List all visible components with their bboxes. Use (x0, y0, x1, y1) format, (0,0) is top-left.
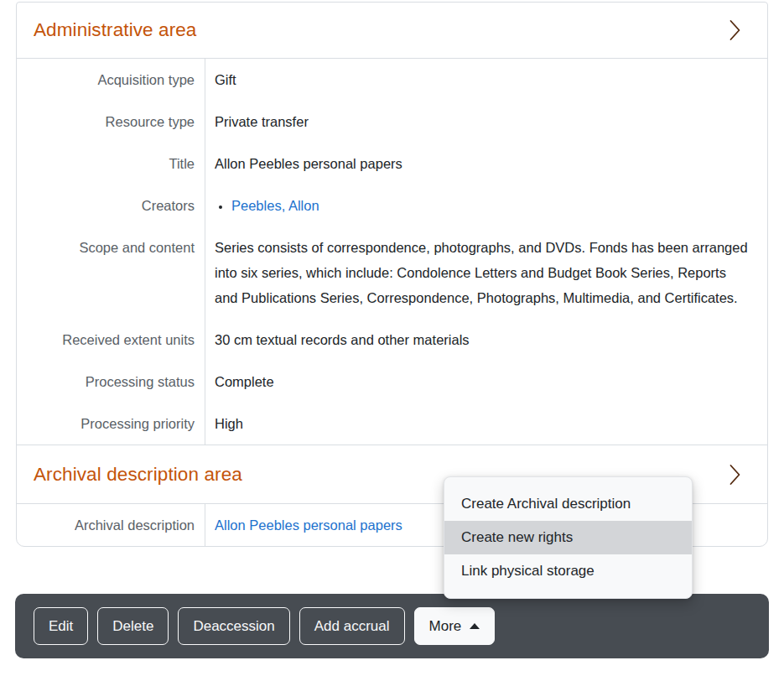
field-value: Series consists of correspondence, photo… (205, 226, 767, 319)
field-value: Complete (205, 361, 767, 403)
creators-list: Peebles, Allon (215, 193, 752, 218)
caret-up-icon (470, 623, 480, 629)
field-label: Acquisition type (17, 59, 205, 101)
field-value: Private transfer (205, 101, 767, 143)
field-row-acquisition-type: Acquisition type Gift (17, 59, 767, 101)
section-header-administrative-area[interactable]: Administrative area (17, 3, 767, 58)
menu-item-create-archival-description[interactable]: Create Archival description (444, 487, 692, 521)
creators-list-item: Peebles, Allon (231, 193, 752, 218)
administrative-field-table: Acquisition type Gift Resource type Priv… (17, 58, 767, 445)
field-value: 30 cm textual records and other material… (205, 319, 767, 361)
archival-description-link[interactable]: Allon Peebles personal papers (215, 517, 402, 533)
menu-item-create-new-rights[interactable]: Create new rights (444, 521, 692, 554)
field-label: Resource type (17, 101, 205, 143)
field-value: Peebles, Allon (205, 185, 767, 226)
field-label: Processing status (17, 361, 205, 403)
field-label: Scope and content (17, 226, 205, 319)
field-row-creators: Creators Peebles, Allon (17, 185, 767, 226)
chevron-right-icon (728, 463, 742, 486)
field-row-scope-and-content: Scope and content Series consists of cor… (17, 226, 767, 319)
section-title-administrative-area: Administrative area (34, 19, 196, 41)
more-button[interactable]: More (414, 607, 496, 645)
field-label: Title (17, 143, 205, 185)
field-row-resource-type: Resource type Private transfer (17, 101, 767, 143)
more-button-label: More (429, 618, 462, 635)
edit-button[interactable]: Edit (34, 607, 88, 645)
more-dropdown-menu: Create Archival description Create new r… (444, 476, 693, 599)
field-label: Processing priority (17, 403, 205, 445)
field-label: Received extent units (17, 319, 205, 361)
field-row-processing-priority: Processing priority High (17, 403, 767, 445)
delete-button[interactable]: Delete (97, 607, 169, 645)
field-label: Archival description (17, 504, 205, 546)
chevron-right-icon (728, 18, 742, 42)
action-toolbar: Edit Delete Deaccession Add accrual More (15, 594, 769, 658)
menu-item-link-physical-storage[interactable]: Link physical storage (444, 554, 692, 588)
field-value: Gift (205, 59, 767, 101)
field-label: Creators (17, 185, 205, 226)
field-row-title: Title Allon Peebles personal papers (17, 143, 767, 185)
deaccession-button[interactable]: Deaccession (178, 607, 289, 645)
field-value: Allon Peebles personal papers (205, 143, 767, 185)
add-accrual-button[interactable]: Add accrual (299, 607, 405, 645)
field-value: High (205, 403, 767, 445)
accession-record-card: Administrative area Acquisition type Gif… (16, 2, 768, 547)
creator-link[interactable]: Peebles, Allon (231, 198, 319, 213)
field-row-processing-status: Processing status Complete (17, 361, 767, 403)
section-title-archival-description-area: Archival description area (34, 464, 242, 486)
field-row-received-extent-units: Received extent units 30 cm textual reco… (17, 319, 767, 361)
